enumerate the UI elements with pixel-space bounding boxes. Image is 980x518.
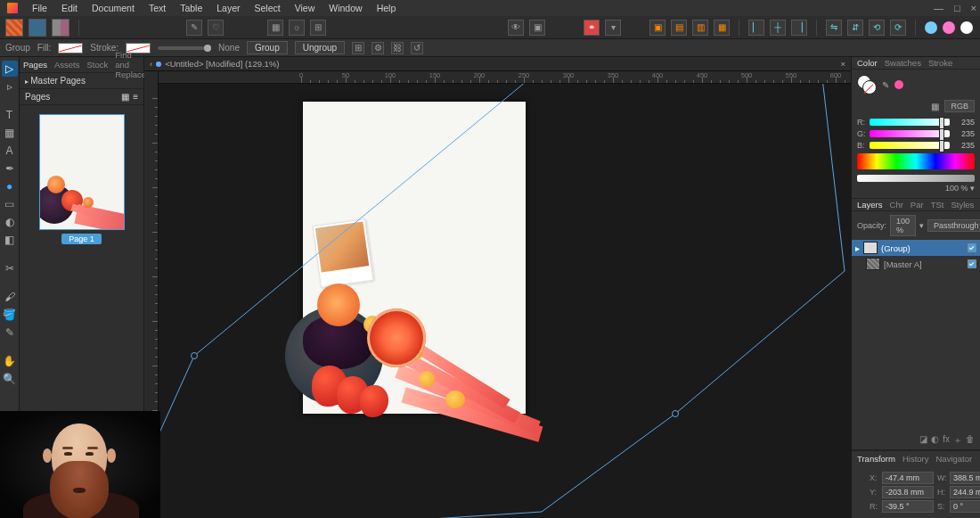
delete-layer-icon[interactable]: 🗑 <box>966 434 975 447</box>
flip-h-icon[interactable]: ⇋ <box>826 20 842 36</box>
align-left-icon[interactable]: ▏ <box>748 20 764 36</box>
document-tab[interactable]: ‹ <Untitled> [Modified] (129.1%) × <box>144 57 851 71</box>
settings-icon[interactable]: ⚙ <box>372 42 384 54</box>
ungroup-button[interactable]: Ungroup <box>295 41 345 54</box>
shape-tool[interactable]: ● <box>2 178 18 194</box>
recent-color[interactable] <box>894 80 903 89</box>
arrange-forward-icon[interactable]: ▥ <box>692 20 708 36</box>
eyedropper-icon[interactable]: ✎ <box>882 80 889 90</box>
tab-color[interactable]: Color <box>857 58 878 68</box>
tab-assets[interactable]: Assets <box>54 60 80 70</box>
menu-document[interactable]: Document <box>85 3 142 13</box>
tab-navigator[interactable]: Navigator <box>936 454 973 464</box>
tab-pages[interactable]: Pages <box>23 60 47 70</box>
expand-icon[interactable]: ▸ <box>855 243 860 253</box>
chevron-left-icon[interactable]: ‹ <box>150 59 152 69</box>
b-value[interactable]: 235 <box>953 141 975 150</box>
menu-table[interactable]: Table <box>173 3 209 13</box>
adjustment-icon[interactable]: ◐ <box>931 434 939 447</box>
tab-swatches[interactable]: Swatches <box>885 58 921 68</box>
persona-photo[interactable] <box>52 19 69 37</box>
viewport[interactable] <box>159 84 851 518</box>
swatch-white[interactable] <box>960 21 973 34</box>
reset-icon[interactable]: ↺ <box>411 42 423 54</box>
tab-par[interactable]: Par <box>911 200 924 210</box>
color-model-icon[interactable]: ▦ <box>931 102 939 111</box>
dropdown-icon[interactable]: ▾ <box>605 20 621 36</box>
tab-history[interactable]: History <box>902 454 929 464</box>
g-value[interactable]: 235 <box>953 129 975 138</box>
zoom-tool[interactable]: 🔍 <box>2 371 18 387</box>
add-layer-icon[interactable]: ＋ <box>953 434 962 447</box>
lock-icon[interactable]: ⛓ <box>391 42 404 54</box>
menu-window[interactable]: Window <box>322 3 369 13</box>
menu-select[interactable]: Select <box>248 3 288 13</box>
tab-tst[interactable]: TSt <box>931 200 944 210</box>
r-value[interactable]: 235 <box>953 118 975 127</box>
persona-publisher[interactable] <box>5 19 23 37</box>
tab-transform[interactable]: Transform <box>857 454 895 464</box>
layer-opacity-field[interactable]: 100 % <box>890 215 916 236</box>
pen-tool[interactable]: ✒ <box>2 160 18 177</box>
layer-row-group[interactable]: ▸ (Group) <box>852 240 980 256</box>
g-slider[interactable] <box>870 130 950 137</box>
swatch-cyan[interactable] <box>925 21 937 34</box>
arrange-front-icon[interactable]: ▦ <box>714 20 730 36</box>
rotate-ccw-icon[interactable]: ⟲ <box>869 20 885 36</box>
mask-layer-icon[interactable]: ◪ <box>919 434 927 447</box>
gradient-tool[interactable]: ◐ <box>2 214 18 230</box>
crop-tool[interactable]: ✂ <box>2 260 18 276</box>
pages-header[interactable]: Pages ▦ ≡ <box>20 89 143 105</box>
preview-icon[interactable]: 👁 <box>508 20 524 36</box>
s-field[interactable]: 0 ° <box>950 500 980 513</box>
fields-icon[interactable]: ♡ <box>208 20 224 36</box>
visibility-checkbox[interactable] <box>968 259 976 268</box>
vector-brush-tool[interactable]: 🖌 <box>2 289 18 305</box>
fx-icon[interactable]: fx <box>943 434 950 447</box>
table-tool[interactable]: ▦ <box>2 125 18 141</box>
window-close-button[interactable]: × <box>971 3 976 13</box>
menu-edit[interactable]: Edit <box>54 3 85 13</box>
picture-frame-tool[interactable]: ▭ <box>2 196 18 212</box>
window-max-button[interactable]: □ <box>954 3 960 13</box>
window-min-button[interactable]: — <box>934 3 943 13</box>
toolbar-button[interactable]: ▦ <box>267 20 283 36</box>
tab-styles[interactable]: Styles <box>951 200 974 210</box>
h-field[interactable]: 244.9 mm <box>950 486 980 498</box>
persona-designer[interactable] <box>29 19 46 37</box>
selection-handle[interactable] <box>672 410 679 417</box>
arrange-backward-icon[interactable]: ▤ <box>671 20 687 36</box>
fill-swatch[interactable] <box>58 43 83 53</box>
toolbar-button[interactable]: ▣ <box>529 20 545 36</box>
blend-mode-dropdown[interactable]: Passthrough <box>927 219 980 232</box>
canvas-area[interactable]: ‹ <Untitled> [Modified] (129.1%) × 05010… <box>144 57 851 518</box>
rotate-cw-icon[interactable]: ⟳ <box>890 20 906 36</box>
node-tool[interactable]: ▹ <box>2 78 18 95</box>
fill-tool[interactable]: 🪣 <box>2 307 18 323</box>
arrange-icon[interactable]: ⊞ <box>352 42 364 54</box>
r-field[interactable]: -39.5 ° <box>882 500 934 513</box>
r-slider[interactable] <box>870 119 950 126</box>
tab-stroke[interactable]: Stroke <box>928 58 952 68</box>
pages-menu-icon[interactable]: ≡ <box>133 92 138 102</box>
b-slider[interactable] <box>870 142 950 149</box>
page-1-thumbnail[interactable] <box>39 114 125 230</box>
tab-chr[interactable]: Chr <box>890 200 903 210</box>
align-right-icon[interactable]: ▕ <box>791 20 807 36</box>
w-field[interactable]: 388.5 mm <box>950 472 980 484</box>
tab-stock[interactable]: Stock <box>86 60 108 70</box>
hue-strip[interactable] <box>857 153 975 169</box>
selection-handle[interactable] <box>191 352 198 359</box>
stroke-width-slider[interactable] <box>158 46 211 50</box>
color-mode-dropdown[interactable]: RGB <box>944 100 975 112</box>
visibility-checkbox[interactable] <box>968 243 976 252</box>
stroke-swatch[interactable] <box>126 43 151 53</box>
layer-row-master[interactable]: [Master A] <box>852 256 980 272</box>
move-tool[interactable]: ▷ <box>2 61 18 77</box>
toolbar-sun-icon[interactable]: ☼ <box>289 20 305 36</box>
arrange-back-icon[interactable]: ▣ <box>649 20 666 36</box>
y-field[interactable]: -203.8 mm <box>882 486 934 498</box>
menu-view[interactable]: View <box>288 3 323 13</box>
pages-view-icon[interactable]: ▦ <box>121 92 129 102</box>
anchor-selector[interactable] <box>857 479 864 506</box>
